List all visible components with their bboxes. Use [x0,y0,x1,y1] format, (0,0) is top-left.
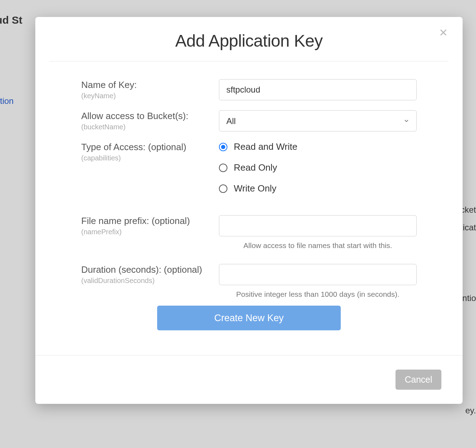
radio-read-write[interactable]: Read and Write [219,141,417,152]
radio-icon [219,143,227,151]
bucket-select[interactable]: All [219,110,417,131]
cancel-button[interactable]: Cancel [395,370,441,390]
field-prefix-sublabel: (namePrefix) [81,228,212,236]
field-duration-sublabel: (validDurationSeconds) [81,277,212,285]
add-app-key-modal: Add Application Key ✕ Name of Key: (keyN… [35,17,463,404]
modal-title: Add Application Key [49,31,448,51]
field-access-sublabel: (capabilities) [81,154,212,162]
radio-icon [219,164,227,172]
input-col: All [219,110,417,131]
modal-header: Add Application Key ✕ [35,17,463,61]
field-prefix-label: File name prefix: (optional) [81,215,212,227]
field-name-sublabel: (keyName) [81,92,212,100]
field-name-row: Name of Key: (keyName) [81,79,417,100]
key-name-input[interactable] [219,79,417,100]
bg-text: oud St [0,14,22,26]
bucket-select-wrapper: All [219,110,417,131]
modal-footer: Cancel [35,355,463,404]
radio-write-only[interactable]: Write Only [219,183,417,194]
label-col: Allow access to Bucket(s): (bucketName) [81,110,219,131]
field-access-label: Type of Access: (optional) [81,141,212,153]
field-bucket-label: Allow access to Bucket(s): [81,110,212,122]
radio-label: Read Only [234,162,277,173]
field-prefix-row: File name prefix: (optional) (namePrefix… [81,215,417,250]
label-col: Type of Access: (optional) (capabilities… [81,141,219,194]
radio-icon [219,184,227,193]
input-col: Read and Write Read Only Write Only [219,141,417,194]
access-radio-group: Read and Write Read Only Write Only [219,141,417,194]
bg-text: ey. [465,406,476,415]
label-col: Duration (seconds): (optional) (validDur… [81,264,219,299]
prefix-input[interactable] [219,215,417,236]
label-col: File name prefix: (optional) (namePrefix… [81,215,219,250]
duration-input[interactable] [219,264,417,285]
field-duration-label: Duration (seconds): (optional) [81,264,212,276]
radio-label: Write Only [234,183,276,194]
radio-read-only[interactable]: Read Only [219,162,417,173]
close-button[interactable]: ✕ [438,28,448,38]
field-access-row: Type of Access: (optional) (capabilities… [81,141,417,194]
bg-text: tion [0,96,14,106]
field-bucket-sublabel: (bucketName) [81,123,212,131]
input-col [219,79,417,100]
modal-body: Name of Key: (keyName) Allow access to B… [35,61,463,355]
field-duration-row: Duration (seconds): (optional) (validDur… [81,264,417,299]
close-icon: ✕ [439,27,448,39]
input-col: Allow access to file names that start wi… [219,215,417,250]
label-col: Name of Key: (keyName) [81,79,219,100]
prefix-help-text: Allow access to file names that start wi… [219,241,417,250]
field-name-label: Name of Key: [81,79,212,91]
radio-label: Read and Write [234,141,297,152]
field-bucket-row: Allow access to Bucket(s): (bucketName) … [81,110,417,131]
create-new-key-button[interactable]: Create New Key [157,306,341,330]
input-col: Positive integer less than 1000 days (in… [219,264,417,299]
duration-help-text: Positive integer less than 1000 days (in… [219,290,417,299]
